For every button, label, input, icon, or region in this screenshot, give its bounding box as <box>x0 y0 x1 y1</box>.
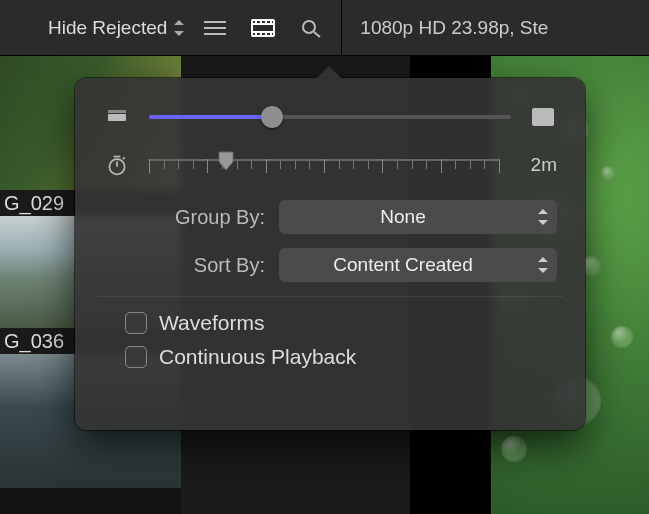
updown-icon <box>537 209 549 225</box>
sort-by-label: Sort By: <box>103 254 279 277</box>
group-by-value: None <box>380 206 425 228</box>
search-button[interactable] <box>287 0 335 56</box>
group-by-select[interactable]: None <box>279 200 557 234</box>
continuous-playback-label: Continuous Playback <box>159 345 356 369</box>
continuous-playback-checkbox-row[interactable]: Continuous Playback <box>125 345 557 369</box>
clip-large-icon <box>529 106 557 128</box>
clip-height-slider[interactable] <box>149 104 511 130</box>
list-view-button[interactable] <box>191 0 239 56</box>
toolbar-divider <box>341 0 342 56</box>
browser-toolbar: Hide Rejected 1080p HD 23.98p, Ste <box>0 0 649 56</box>
svg-line-22 <box>123 157 125 159</box>
format-info-label[interactable]: 1080p HD 23.98p, Ste <box>348 17 554 39</box>
clip-filter-dropdown[interactable]: Hide Rejected <box>42 13 191 43</box>
svg-line-15 <box>314 32 320 37</box>
svg-rect-18 <box>532 108 554 126</box>
clip-height-slider-row <box>103 104 557 130</box>
filmstrip-view-button[interactable] <box>239 0 287 56</box>
svg-point-14 <box>303 21 315 33</box>
clip-appearance-popover: 2m Group By: None Sort By: Content Creat… <box>75 78 585 430</box>
svg-rect-17 <box>108 110 126 113</box>
checkbox-icon <box>125 312 147 334</box>
group-by-row: Group By: None <box>103 200 557 234</box>
stopwatch-icon <box>103 154 131 176</box>
popover-separator <box>97 296 563 297</box>
sort-by-value: Content Created <box>333 254 472 276</box>
sort-by-row: Sort By: Content Created <box>103 248 557 282</box>
waveforms-label: Waveforms <box>159 311 264 335</box>
clip-filter-label: Hide Rejected <box>48 17 167 39</box>
svg-rect-16 <box>108 114 126 121</box>
group-by-label: Group By: <box>103 206 279 229</box>
updown-icon <box>173 20 185 36</box>
waveforms-checkbox-row[interactable]: Waveforms <box>125 311 557 335</box>
clip-duration-value: 2m <box>517 154 557 176</box>
sort-by-select[interactable]: Content Created <box>279 248 557 282</box>
clip-duration-slider[interactable] <box>149 152 499 178</box>
clip-duration-slider-row: 2m <box>103 152 557 178</box>
updown-icon <box>537 257 549 273</box>
checkbox-icon <box>125 346 147 368</box>
clip-small-icon <box>103 106 131 128</box>
